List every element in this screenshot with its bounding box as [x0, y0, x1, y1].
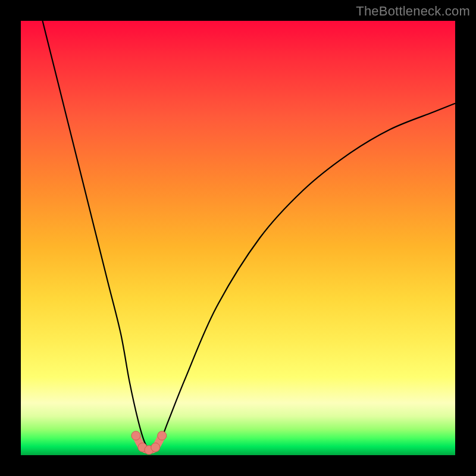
- chart-svg: [21, 21, 455, 455]
- chart-frame: TheBottleneck.com: [0, 0, 476, 476]
- bottleneck-curve-line: [43, 21, 456, 451]
- chart-plot-area: [21, 21, 455, 455]
- min-region-marker-dot: [131, 431, 140, 440]
- min-region-marker-dot: [151, 443, 160, 452]
- watermark-text: TheBottleneck.com: [356, 4, 470, 19]
- min-region-marker-dot: [158, 431, 167, 440]
